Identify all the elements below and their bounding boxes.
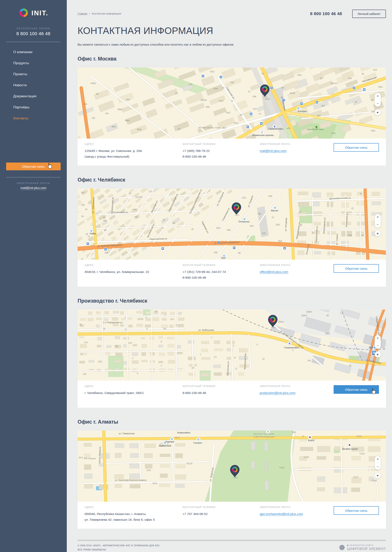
svg-text:28: 28 — [103, 216, 105, 219]
geolocation-button[interactable] — [375, 230, 381, 237]
map-zoom-control[interactable]: + − — [375, 335, 381, 349]
svg-text:16: 16 — [371, 99, 373, 101]
feedback-button[interactable]: Обратная связь — [334, 264, 379, 273]
geolocation-button[interactable] — [375, 351, 381, 358]
sidebar-feedback-button[interactable]: Обратная связь — [6, 163, 61, 170]
zoom-out-button[interactable]: − — [377, 223, 379, 226]
location-arrow-icon — [376, 232, 379, 235]
email-link[interactable]: mail@init-plus.com — [260, 149, 287, 153]
svg-text:35Б: 35Б — [206, 106, 210, 108]
svg-text:34с1: 34с1 — [331, 132, 336, 134]
map-zoom-control[interactable]: + − — [375, 93, 381, 107]
breadcrumb-home-link[interactable]: Главная — [77, 12, 87, 15]
svg-text:42Г: 42Г — [281, 87, 285, 89]
svg-text:71/24: 71/24 — [356, 435, 362, 437]
email-link[interactable]: office@init-plus.com — [260, 270, 288, 274]
office-section-1: Офис г. Москва ул. ЛавочкинаСмольная ул.… — [77, 56, 386, 166]
svg-text:60: 60 — [86, 233, 88, 235]
svg-text:20А: 20А — [252, 95, 256, 98]
sidebar-item-4[interactable]: Новости — [0, 80, 67, 91]
svg-text:47А: 47А — [253, 108, 257, 110]
map[interactable]: ул. Братьев Кашириныхул. Братьев Каширин… — [77, 189, 386, 260]
svg-text:4: 4 — [132, 357, 133, 360]
zoom-out-button[interactable]: − — [377, 465, 379, 469]
map-image[interactable]: ул. ЛавочкинаСмольная ул.ФестивальнаяЖК … — [77, 67, 386, 139]
bus-stop-icon — [233, 247, 236, 249]
svg-text:98к6: 98к6 — [118, 108, 122, 111]
header-phone: 8 800 100 46 48 — [310, 11, 342, 16]
svg-text:38: 38 — [326, 314, 329, 317]
map[interactable]: ул. Куйбышеваул. Куйбышева1-я Порядковая… — [77, 310, 386, 381]
map[interactable]: ул. ЛавочкинаСмольная ул.ФестивальнаяЖК … — [77, 67, 386, 139]
map-image[interactable]: ул. Тимирязевапросп. Гагаринаул. Басенов… — [77, 431, 386, 502]
bus-stop-icon — [247, 125, 249, 128]
svg-text:Магнит: Магнит — [271, 209, 279, 212]
email-link[interactable]: production@init-plus.com — [260, 391, 295, 395]
email-column: ЭЛЕКТРОННАЯ ПОЧТА office@init-plus.com — [260, 264, 327, 281]
sidebar-item-2[interactable]: Продукты — [0, 58, 67, 69]
zoom-in-button[interactable]: + — [377, 215, 379, 219]
bus-stop-icon — [270, 87, 273, 89]
svg-text:11: 11 — [234, 356, 236, 359]
svg-text:95: 95 — [300, 224, 302, 226]
svg-text:42: 42 — [351, 207, 354, 210]
account-button[interactable]: Личный кабинет — [352, 10, 386, 18]
breadcrumb: Главная / Контактная информация — [77, 12, 121, 15]
sidebar-email-link[interactable]: mail@init-plus.com — [21, 186, 46, 190]
bus-stop-icon — [250, 113, 252, 115]
zoom-in-button[interactable]: + — [377, 94, 379, 98]
feedback-button[interactable]: Обратная связь — [334, 385, 379, 394]
svg-text:41к4: 41к4 — [213, 87, 218, 90]
main-content: Главная / Контактная информация 8 800 10… — [67, 0, 392, 552]
svg-text:Казмунайгаз: Казмунайгаз — [177, 431, 190, 434]
zoom-out-button[interactable]: − — [377, 344, 379, 348]
svg-text:41к2: 41к2 — [226, 111, 230, 114]
svg-text:8с2: 8с2 — [322, 104, 325, 107]
map-zoom-control[interactable]: + − — [375, 456, 381, 470]
svg-text:113: 113 — [149, 190, 152, 193]
geolocation-button[interactable] — [375, 109, 381, 116]
svg-text:14: 14 — [355, 101, 357, 103]
zoom-in-button[interactable]: + — [377, 457, 379, 461]
svg-text:1: 1 — [165, 314, 166, 316]
svg-text:1А: 1А — [349, 364, 351, 367]
logo-text: INIT. — [31, 9, 48, 17]
map-image[interactable]: ул. Братьев Кашириныхул. Братьев Каширин… — [77, 189, 386, 260]
svg-text:и фитоинтродукции: и фитоинтродукции — [253, 436, 275, 438]
sidebar-item-5[interactable]: Документация — [0, 91, 67, 102]
phone-label: КОНТАКТНЫЙ ТЕЛЕФОН — [182, 143, 260, 145]
svg-text:1-я Порядковая ул.: 1-я Порядковая ул. — [103, 321, 123, 324]
geolocation-button[interactable] — [375, 472, 381, 479]
map[interactable]: ул. Тимирязевапросп. Гагаринаул. Басенов… — [77, 431, 386, 502]
sidebar-item-7[interactable]: Контакты — [0, 113, 67, 124]
zoom-out-button[interactable]: − — [377, 102, 379, 105]
svg-text:51к1с1: 51к1с1 — [331, 82, 337, 84]
developer-credit[interactable]: РАЗРАБОТКА САЙТА ЦИФРОВОЙ ЭЛЕМЕНТ — [339, 543, 386, 552]
email-link[interactable]: igor.ovcharenko@init-plus.com — [260, 512, 303, 516]
svg-text:89: 89 — [238, 252, 240, 254]
zoom-in-button[interactable]: + — [377, 336, 379, 340]
svg-text:68: 68 — [172, 222, 175, 224]
office-heading: Офис г. Челябинск — [77, 177, 386, 183]
logo[interactable]: INIT. — [0, 7, 67, 19]
copyright-line2: ВСЕ ПРАВА ЗАЩИЩЕНЫ — [77, 547, 160, 552]
feedback-button[interactable]: Обратная связь — [334, 506, 379, 515]
svg-text:6: 6 — [137, 372, 138, 375]
svg-text:8: 8 — [146, 327, 148, 330]
phone-label: КОНТАКТНЫЙ ТЕЛЕФОН — [182, 506, 260, 509]
location-arrow-icon — [376, 111, 379, 114]
developer-label: РАЗРАБОТКА САЙТА — [350, 544, 373, 546]
svg-text:Институт ботаники: Институт ботаники — [254, 433, 274, 435]
sidebar-item-1[interactable]: О компании — [0, 47, 67, 58]
svg-text:53: 53 — [129, 192, 131, 195]
svg-text:7: 7 — [125, 316, 126, 319]
svg-text:6: 6 — [257, 343, 258, 346]
sidebar-item-6[interactable]: Партнёры — [0, 102, 67, 113]
feedback-button[interactable]: Обратная связь — [334, 143, 379, 152]
map-zoom-control[interactable]: + − — [375, 214, 381, 228]
email-label: ЭЛЕКТРОННАЯ ПОЧТА — [260, 264, 327, 267]
sidebar-item-3[interactable]: Проекты — [0, 69, 67, 80]
svg-text:11А: 11А — [83, 373, 86, 375]
map-image[interactable]: ул. Куйбышеваул. Куйбышева1-я Порядковая… — [77, 310, 386, 381]
sidebar: INIT. БЕСПЛАТНАЯ ЛИНИЯ 8 800 100 46 48 О… — [0, 0, 67, 552]
